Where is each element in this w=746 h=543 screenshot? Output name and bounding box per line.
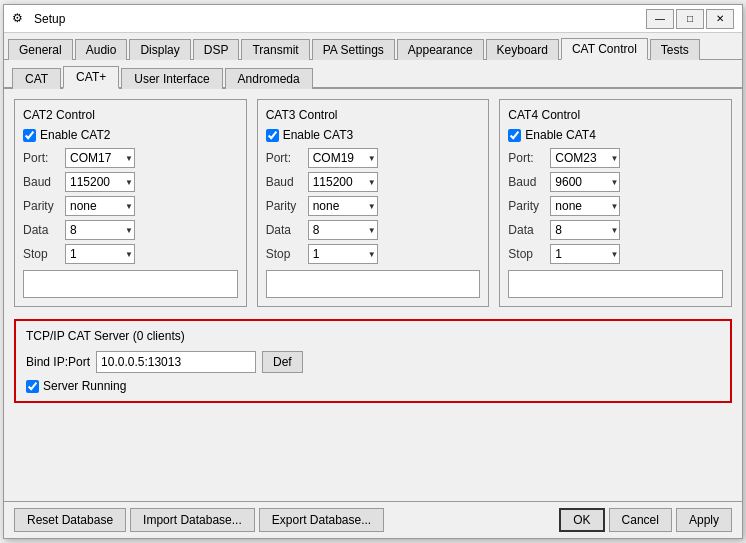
cat3-parity-row: Parity none ▼ [266,196,481,216]
cat4-port-select[interactable]: COM23 [550,148,620,168]
cat2-port-label: Port: [23,151,65,165]
tcp-section: TCP/IP CAT Server (0 clients) Bind IP:Po… [14,319,732,403]
cat2-textbox [23,270,238,298]
cat2-stop-label: Stop [23,247,65,261]
cat2-port-select[interactable]: COM17 [65,148,135,168]
tab-audio[interactable]: Audio [75,39,128,60]
subtab-user-interface[interactable]: User Interface [121,68,222,89]
cat4-parity-select[interactable]: none [550,196,620,216]
cat2-enable-row: Enable CAT2 [23,128,238,142]
close-button[interactable]: ✕ [706,9,734,29]
cat4-parity-label: Parity [508,199,550,213]
tab-display[interactable]: Display [129,39,190,60]
cat2-enable-label: Enable CAT2 [40,128,110,142]
import-database-button[interactable]: Import Database... [130,508,255,532]
export-database-button[interactable]: Export Database... [259,508,384,532]
cat2-stop-wrapper: 1 ▼ [65,244,135,264]
tab-pa-settings[interactable]: PA Settings [312,39,395,60]
subtab-cat[interactable]: CAT [12,68,61,89]
cat4-title: CAT4 Control [508,108,723,122]
cat2-enable-checkbox[interactable] [23,129,36,142]
cat4-baud-wrapper: 9600 ▼ [550,172,620,192]
cat3-data-label: Data [266,223,308,237]
server-running-row: Server Running [26,379,720,393]
cat3-enable-row: Enable CAT3 [266,128,481,142]
cat4-port-row: Port: COM23 ▼ [508,148,723,168]
reset-database-button[interactable]: Reset Database [14,508,126,532]
cat-controls-row: CAT2 Control Enable CAT2 Port: COM17 ▼ B [14,99,732,307]
title-buttons: — □ ✕ [646,9,734,29]
cat3-group: CAT3 Control Enable CAT3 Port: COM19 ▼ B [257,99,490,307]
cat2-title: CAT2 Control [23,108,238,122]
cat3-enable-checkbox[interactable] [266,129,279,142]
cat4-stop-label: Stop [508,247,550,261]
cat4-stop-select[interactable]: 1 [550,244,620,264]
server-running-label: Server Running [43,379,126,393]
tab-keyboard[interactable]: Keyboard [486,39,559,60]
cat4-data-select[interactable]: 8 [550,220,620,240]
cat3-port-wrapper: COM19 ▼ [308,148,378,168]
cat3-stop-wrapper: 1 ▼ [308,244,378,264]
window-title: Setup [34,12,65,26]
cat4-stop-wrapper: 1 ▼ [550,244,620,264]
cat3-data-select[interactable]: 8 [308,220,378,240]
cat2-parity-label: Parity [23,199,65,213]
cat3-data-row: Data 8 ▼ [266,220,481,240]
cat2-parity-row: Parity none ▼ [23,196,238,216]
cat3-parity-select[interactable]: none [308,196,378,216]
minimize-button[interactable]: — [646,9,674,29]
cat3-data-wrapper: 8 ▼ [308,220,378,240]
cat3-enable-label: Enable CAT3 [283,128,353,142]
cat4-port-wrapper: COM23 ▼ [550,148,620,168]
cat3-baud-select[interactable]: 115200 [308,172,378,192]
tab-general[interactable]: General [8,39,73,60]
cat4-enable-checkbox[interactable] [508,129,521,142]
cat3-port-select[interactable]: COM19 [308,148,378,168]
cat4-parity-row: Parity none ▼ [508,196,723,216]
setup-window: ⚙ Setup — □ ✕ General Audio Display DSP … [3,4,743,539]
subtab-andromeda[interactable]: Andromeda [225,68,313,89]
tab-dsp[interactable]: DSP [193,39,240,60]
cat2-baud-select[interactable]: 115200 [65,172,135,192]
cat2-stop-row: Stop 1 ▼ [23,244,238,264]
cat2-data-row: Data 8 ▼ [23,220,238,240]
cat3-textbox [266,270,481,298]
cat2-port-row: Port: COM17 ▼ [23,148,238,168]
cat4-baud-label: Baud [508,175,550,189]
tcp-title: TCP/IP CAT Server (0 clients) [26,329,720,343]
tab-cat-control[interactable]: CAT Control [561,38,648,60]
cat3-parity-wrapper: none ▼ [308,196,378,216]
cat2-baud-row: Baud 115200 ▼ [23,172,238,192]
cat2-stop-select[interactable]: 1 [65,244,135,264]
cat2-data-select[interactable]: 8 [65,220,135,240]
tab-tests[interactable]: Tests [650,39,700,60]
cancel-button[interactable]: Cancel [609,508,672,532]
cat2-baud-wrapper: 115200 ▼ [65,172,135,192]
sub-tabs: CAT CAT+ User Interface Andromeda [4,60,742,89]
cat3-stop-select[interactable]: 1 [308,244,378,264]
cat3-baud-row: Baud 115200 ▼ [266,172,481,192]
server-running-checkbox[interactable] [26,380,39,393]
cat3-baud-label: Baud [266,175,308,189]
tcp-bind-input[interactable] [96,351,256,373]
cat2-parity-wrapper: none ▼ [65,196,135,216]
cat4-data-label: Data [508,223,550,237]
tcp-bind-row: Bind IP:Port Def [26,351,720,373]
cat3-port-label: Port: [266,151,308,165]
maximize-button[interactable]: □ [676,9,704,29]
cat2-parity-select[interactable]: none [65,196,135,216]
cat3-title: CAT3 Control [266,108,481,122]
cat4-baud-select[interactable]: 9600 [550,172,620,192]
tcp-bind-label: Bind IP:Port [26,355,90,369]
apply-button[interactable]: Apply [676,508,732,532]
tab-transmit[interactable]: Transmit [241,39,309,60]
tcp-def-button[interactable]: Def [262,351,303,373]
tab-appearance[interactable]: Appearance [397,39,484,60]
main-content: CAT2 Control Enable CAT2 Port: COM17 ▼ B [4,89,742,501]
ok-button[interactable]: OK [559,508,604,532]
cat4-textbox [508,270,723,298]
subtab-cat-plus[interactable]: CAT+ [63,66,119,89]
cat3-stop-row: Stop 1 ▼ [266,244,481,264]
cat3-stop-label: Stop [266,247,308,261]
bottom-left-buttons: Reset Database Import Database... Export… [14,508,384,532]
